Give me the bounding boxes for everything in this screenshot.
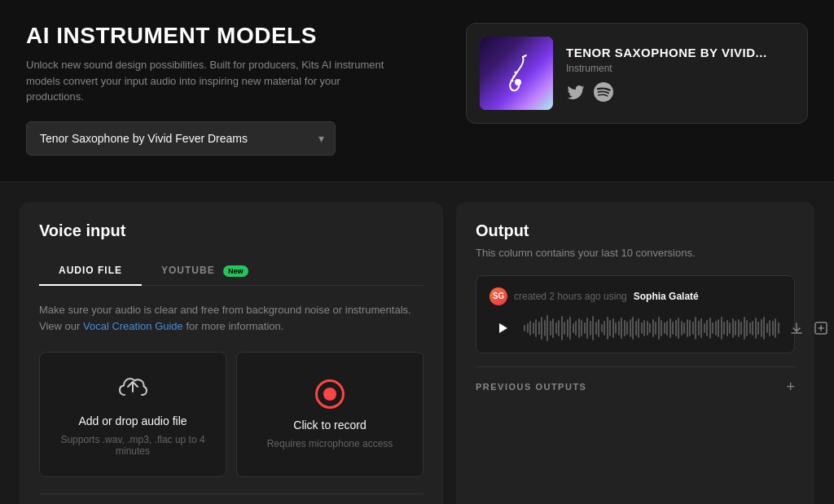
conversion-user: Sophia Galaté: [634, 291, 699, 302]
record-subtitle: Requires microphone access: [267, 438, 393, 449]
voice-input-title: Voice input: [39, 221, 424, 240]
upload-title: Add or drop audio file: [78, 414, 187, 427]
play-button[interactable]: [489, 315, 516, 341]
svg-marker-4: [499, 323, 507, 333]
bottom-section: Voice input AUDIO FILE YOUTUBE New Make …: [0, 182, 834, 505]
svg-point-0: [516, 80, 520, 85]
previous-outputs-toggle[interactable]: PREVIOUS OUTPUTS +: [476, 366, 795, 407]
svg-point-3: [511, 80, 514, 82]
spotify-icon[interactable]: [594, 82, 613, 102]
instrument-info: TENOR SAXOPHONE BY VIVID... Instrument: [566, 46, 794, 102]
waveform-actions: [788, 319, 835, 337]
instrument-socials: [566, 82, 794, 102]
download-icon[interactable]: [788, 319, 805, 337]
record-dot-inner: [323, 388, 336, 401]
instrument-thumbnail: [480, 37, 553, 110]
conversion-item: SG created 2 hours ago using Sophia Gala…: [476, 275, 795, 353]
info-text: Make sure your audio is clear and free f…: [39, 302, 424, 336]
avatar: SG: [489, 287, 507, 305]
record-box[interactable]: Click to record Requires microphone acce…: [236, 352, 424, 477]
output-panel: Output This column contains your last 10…: [456, 202, 814, 505]
conversion-meta: SG created 2 hours ago using Sophia Gala…: [489, 287, 781, 305]
upload-subtitle: Supports .wav, .mp3, .flac up to 4 minut…: [53, 434, 213, 457]
instrument-card: TENOR SAXOPHONE BY VIVID... Instrument: [466, 23, 808, 124]
upload-icon: [118, 372, 147, 405]
tab-audio-file[interactable]: AUDIO FILE: [39, 256, 142, 286]
top-section: AI INSTRUMENT MODELS Unlock new sound de…: [0, 0, 834, 182]
voice-input-panel: Voice input AUDIO FILE YOUTUBE New Make …: [20, 202, 443, 505]
upload-area: Add or drop audio file Supports .wav, .m…: [39, 352, 424, 477]
svg-point-1: [515, 72, 517, 74]
add-to-library-icon[interactable]: [812, 319, 830, 337]
advanced-settings-toggle[interactable]: ADVANCED SETTINGS +: [39, 493, 424, 504]
record-icon: [315, 379, 345, 409]
waveform: [524, 315, 779, 341]
new-badge: New: [223, 265, 248, 277]
instrument-selector-wrapper[interactable]: Tenor Saxophone by Vivid Fever Dreams Pi…: [26, 121, 336, 156]
record-title: Click to record: [293, 419, 366, 432]
output-subtitle: This column contains your last 10 conver…: [476, 247, 795, 259]
top-left: AI INSTRUMENT MODELS Unlock new sound de…: [26, 23, 433, 156]
saxophone-icon: [500, 53, 533, 94]
instrument-name: TENOR SAXOPHONE BY VIVID...: [566, 46, 794, 59]
instrument-select[interactable]: Tenor Saxophone by Vivid Fever Dreams Pi…: [26, 121, 336, 156]
tabs: AUDIO FILE YOUTUBE New: [39, 256, 424, 286]
tab-youtube[interactable]: YOUTUBE New: [142, 256, 268, 286]
previous-outputs-label: PREVIOUS OUTPUTS: [476, 382, 586, 392]
plus-icon-outputs: +: [786, 379, 795, 396]
vocal-creation-guide-link[interactable]: Vocal Creation Guide: [83, 320, 183, 332]
page-subtitle: Unlock new sound design possibilities. B…: [26, 57, 401, 105]
upload-file-box[interactable]: Add or drop audio file Supports .wav, .m…: [39, 352, 226, 477]
page-title: AI INSTRUMENT MODELS: [26, 23, 433, 49]
twitter-icon[interactable]: [566, 82, 586, 102]
conversion-time: created 2 hours ago using: [514, 291, 627, 302]
waveform-player: [489, 315, 781, 341]
svg-point-2: [513, 76, 516, 78]
output-title: Output: [476, 221, 795, 240]
instrument-type: Instrument: [566, 63, 794, 74]
